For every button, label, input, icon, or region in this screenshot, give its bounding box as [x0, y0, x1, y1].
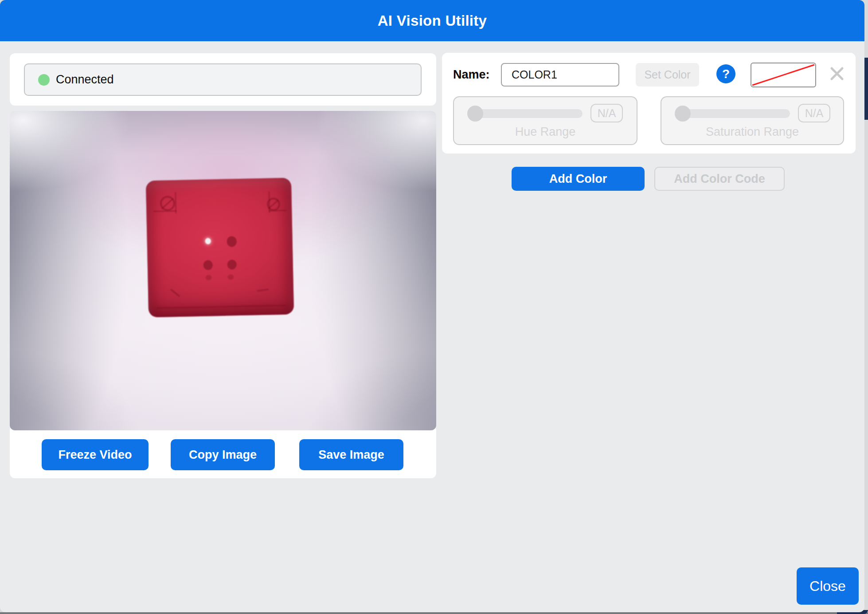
saturation-slider-track[interactable] — [676, 109, 790, 118]
saturation-slider-thumb[interactable] — [675, 106, 691, 122]
object-notch — [257, 288, 269, 292]
saturation-range-label: Saturation Range — [661, 125, 843, 139]
app-background-sliver-right — [864, 58, 868, 120]
object-highlight-dot — [205, 238, 211, 244]
connection-status-card: Connected — [10, 53, 436, 106]
name-label: Name: — [453, 68, 490, 82]
page-title: AI Vision Utility — [378, 12, 487, 29]
object-hole — [227, 236, 236, 247]
color-swatch-empty — [751, 63, 816, 87]
add-color-code-button[interactable]: Add Color Code — [654, 167, 785, 191]
camera-feed[interactable] — [10, 111, 436, 430]
hue-slider-track[interactable] — [468, 109, 583, 118]
video-actions-card: Freeze Video Copy Image Save Image — [10, 425, 436, 478]
red-object — [146, 178, 294, 318]
save-image-button[interactable]: Save Image — [299, 439, 403, 470]
connection-status-dot — [38, 74, 50, 86]
add-color-button[interactable]: Add Color — [512, 167, 645, 191]
object-seam — [156, 305, 286, 309]
copy-image-button[interactable]: Copy Image — [171, 439, 275, 470]
help-glyph: ? — [722, 67, 730, 81]
saturation-range-panel: N/A Saturation Range — [661, 96, 844, 145]
hue-range-label: Hue Range — [454, 125, 637, 139]
help-icon[interactable]: ? — [716, 64, 735, 83]
freeze-video-button[interactable]: Freeze Video — [42, 439, 149, 470]
object-hole — [227, 260, 237, 269]
object-hole — [203, 260, 213, 270]
dialog-titlebar: AI Vision Utility — [0, 0, 864, 41]
hue-range-panel: N/A Hue Range — [453, 96, 637, 145]
object-screw-detail — [160, 196, 176, 211]
swatch-none-line — [751, 63, 815, 87]
object-hole — [205, 275, 211, 280]
close-button[interactable]: Close — [797, 567, 859, 605]
window-bottom-edge — [0, 612, 868, 614]
screen: { "header": { "title": "AI Vision Utilit… — [0, 0, 868, 614]
saturation-value-badge: N/A — [798, 104, 830, 122]
object-screw-detail — [267, 197, 281, 211]
object-notch — [170, 288, 180, 297]
hue-slider-thumb[interactable] — [467, 106, 483, 122]
remove-color-icon[interactable] — [829, 66, 845, 81]
ai-vision-utility-dialog: AI Vision Utility Connected — [0, 0, 864, 612]
color-editor-card: Name: Set Color ? N/A Hue Range N/A Satu… — [442, 53, 856, 154]
camera-feed-scene — [10, 111, 436, 430]
hue-value-badge: N/A — [590, 104, 623, 122]
object-hole — [227, 274, 234, 279]
color-name-input[interactable] — [501, 63, 619, 87]
connection-status-label: Connected — [56, 73, 114, 87]
set-color-button[interactable]: Set Color — [636, 63, 699, 87]
connection-status-box: Connected — [24, 63, 422, 96]
